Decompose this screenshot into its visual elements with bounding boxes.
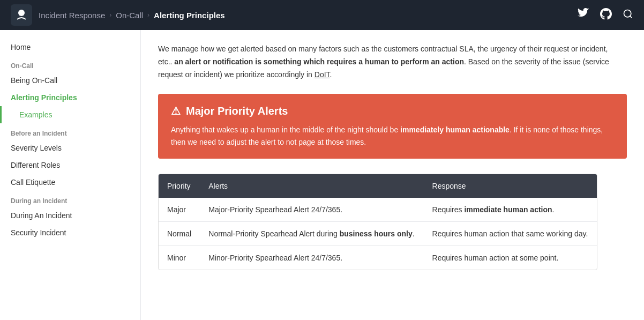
warning-icon: ⚠ [171, 105, 181, 117]
breadcrumb-sep-2: › [147, 11, 149, 19]
sidebar-item-different-roles[interactable]: Different Roles [0, 157, 140, 174]
sidebar-section-before-incident: Before an Incident [0, 123, 140, 139]
breadcrumb: Incident Response › On-Call › Alerting P… [39, 11, 225, 20]
alert-banner: ⚠ Major Priority Alerts Anything that wa… [158, 94, 627, 159]
priority-table: Priority Alerts Response Major Major-Pri… [159, 174, 597, 270]
header: Incident Response › On-Call › Alerting P… [0, 0, 644, 30]
sidebar: Home On-Call Being On-Call Alerting Prin… [0, 30, 141, 320]
alerts-normal-bold: business hours only [340, 229, 413, 238]
cell-priority-normal: Normal [159, 222, 200, 246]
table-header: Priority Alerts Response [159, 174, 597, 198]
col-alerts: Alerts [200, 174, 423, 198]
response-major-bold: immediate human action [464, 205, 552, 214]
sidebar-section-on-call: On-Call [0, 56, 140, 72]
table-row: Normal Normal-Priority Spearhead Alert d… [159, 222, 597, 246]
sidebar-item-security-incident[interactable]: Security Incident [0, 224, 140, 241]
alert-banner-title-text: Major Priority Alerts [186, 105, 288, 117]
svg-point-1 [624, 10, 631, 17]
sidebar-item-examples[interactable]: Examples [0, 106, 140, 123]
response-major-end: . [552, 205, 555, 214]
alerts-normal-start: Normal-Priority Spearhead Alert during [208, 229, 339, 238]
sidebar-item-being-on-call[interactable]: Being On-Call [0, 72, 140, 89]
search-icon[interactable] [623, 9, 633, 22]
main-content: We manage how we get alerted based on ma… [141, 30, 644, 320]
cell-alerts-minor: Minor-Priority Spearhead Alert 24/7/365. [200, 246, 423, 270]
breadcrumb-on-call[interactable]: On-Call [116, 11, 143, 20]
alert-banner-title: ⚠ Major Priority Alerts [171, 105, 614, 117]
table-body: Major Major-Priority Spearhead Alert 24/… [159, 198, 597, 270]
logo[interactable] [11, 4, 32, 26]
twitter-icon[interactable] [578, 8, 589, 23]
cell-response-normal: Requires human action that same working … [424, 222, 597, 246]
breadcrumb-current: Alerting Principles [154, 11, 225, 20]
sidebar-item-call-etiquette[interactable]: Call Etiquette [0, 174, 140, 191]
sidebar-item-severity-levels[interactable]: Severity Levels [0, 139, 140, 157]
cell-alerts-normal: Normal-Priority Spearhead Alert during b… [200, 222, 423, 246]
table-row: Minor Minor-Priority Spearhead Alert 24/… [159, 246, 597, 270]
sidebar-item-home[interactable]: Home [0, 39, 140, 56]
intro-bold: an alert or notification is something wh… [174, 57, 464, 66]
alert-banner-body: Anything that wakes up a human in the mi… [171, 124, 614, 148]
priority-table-container: Priority Alerts Response Major Major-Pri… [158, 174, 597, 270]
sidebar-item-alerting-principles[interactable]: Alerting Principles [0, 89, 140, 106]
alerts-normal-end: . [413, 229, 415, 238]
col-priority: Priority [159, 174, 200, 198]
svg-point-0 [18, 10, 25, 16]
header-icons [578, 8, 633, 23]
intro-final: . [330, 70, 332, 79]
col-response: Response [424, 174, 597, 198]
sidebar-section-during-incident: During an Incident [0, 191, 140, 207]
response-major-start: Requires [432, 205, 465, 214]
doit-link[interactable]: DoIT [314, 70, 330, 79]
table-row: Major Major-Priority Spearhead Alert 24/… [159, 198, 597, 222]
sidebar-item-during-an-incident[interactable]: During An Incident [0, 207, 140, 224]
table-header-row: Priority Alerts Response [159, 174, 597, 198]
cell-response-minor: Requires human action at some point. [424, 246, 597, 270]
breadcrumb-sep-1: › [109, 11, 111, 19]
cell-priority-minor: Minor [159, 246, 200, 270]
github-icon[interactable] [600, 8, 612, 23]
cell-alerts-major: Major-Priority Spearhead Alert 24/7/365. [200, 198, 423, 222]
alert-body-bold: immediately human actionable [400, 125, 510, 134]
intro-paragraph: We manage how we get alerted based on ma… [158, 43, 619, 81]
main-layout: Home On-Call Being On-Call Alerting Prin… [0, 30, 644, 320]
header-left: Incident Response › On-Call › Alerting P… [11, 4, 225, 26]
cell-priority-major: Major [159, 198, 200, 222]
alert-body-start: Anything that wakes up a human in the mi… [171, 125, 400, 134]
cell-response-major: Requires immediate human action. [424, 198, 597, 222]
breadcrumb-incident-response[interactable]: Incident Response [39, 11, 105, 20]
